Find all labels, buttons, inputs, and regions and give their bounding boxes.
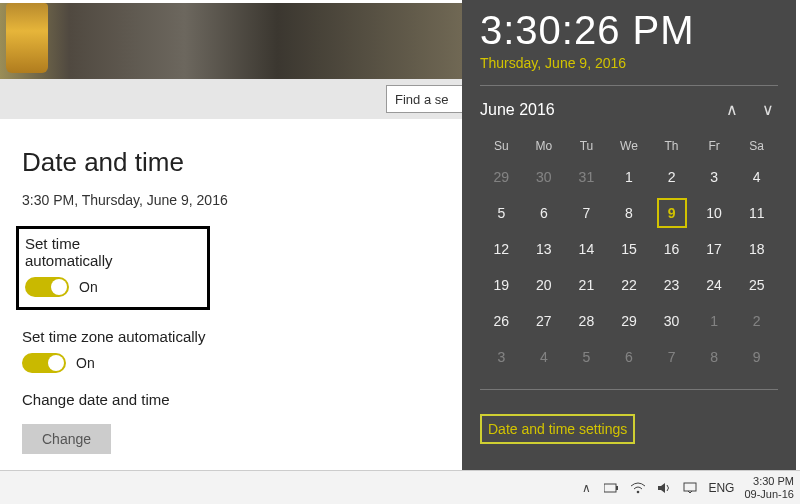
settings-content: Date and time 3:30 PM, Thursday, June 9,… <box>0 119 462 454</box>
calendar-day[interactable]: 19 <box>480 267 523 303</box>
calendar-day[interactable]: 12 <box>480 231 523 267</box>
calendar-dow-header: Th <box>650 133 693 159</box>
settings-search-input[interactable]: Find a se <box>386 85 462 113</box>
calendar-day[interactable]: 22 <box>608 267 651 303</box>
calendar-day[interactable]: 5 <box>565 339 608 375</box>
calendar-day[interactable]: 6 <box>523 195 566 231</box>
change-datetime-label: Change date and time <box>22 391 440 408</box>
page-title: Date and time <box>22 147 440 178</box>
calendar-day[interactable]: 26 <box>480 303 523 339</box>
set-time-auto-state: On <box>79 279 98 295</box>
settings-pane: Find a se Date and time 3:30 PM, Thursda… <box>0 0 462 504</box>
calendar-day[interactable]: 31 <box>565 159 608 195</box>
desktop-wallpaper-strip <box>0 3 462 79</box>
calendar-day[interactable]: 4 <box>523 339 566 375</box>
calendar-day[interactable]: 20 <box>523 267 566 303</box>
settings-search-row: Find a se <box>0 79 462 119</box>
calendar-day[interactable]: 9 <box>735 339 778 375</box>
calendar-day[interactable]: 29 <box>608 303 651 339</box>
calendar-dow-header: Mo <box>523 133 566 159</box>
current-datetime-text: 3:30 PM, Thursday, June 9, 2016 <box>22 192 440 208</box>
flyout-divider-2 <box>480 389 778 390</box>
calendar-day[interactable]: 4 <box>735 159 778 195</box>
set-tz-auto-group: Set time zone automatically On <box>22 328 440 373</box>
calendar-dow-header: We <box>608 133 651 159</box>
calendar-day[interactable]: 24 <box>693 267 736 303</box>
svg-rect-3 <box>684 483 696 491</box>
calendar-month-row: June 2016 ∧ ∨ <box>480 96 778 123</box>
calendar-day[interactable]: 27 <box>523 303 566 339</box>
calendar-day[interactable]: 3 <box>480 339 523 375</box>
set-tz-auto-label: Set time zone automatically <box>22 328 440 345</box>
calendar-day[interactable]: 17 <box>693 231 736 267</box>
change-datetime-group: Change date and time Change <box>22 391 440 454</box>
clock-calendar-flyout: 3:30:26 PM Thursday, June 9, 2016 June 2… <box>462 0 796 470</box>
taskbar-clock[interactable]: 3:30 PM 09-Jun-16 <box>744 475 794 499</box>
volume-icon[interactable] <box>656 480 672 496</box>
calendar-day[interactable]: 21 <box>565 267 608 303</box>
set-time-auto-group: Set time automatically On <box>16 226 210 310</box>
taskbar-clock-time: 3:30 PM <box>744 475 794 487</box>
calendar-day[interactable]: 25 <box>735 267 778 303</box>
set-tz-auto-toggle[interactable] <box>22 353 66 373</box>
power-icon[interactable] <box>604 480 620 496</box>
calendar-day[interactable]: 2 <box>650 159 693 195</box>
calendar-day[interactable]: 11 <box>735 195 778 231</box>
calendar-day[interactable]: 7 <box>565 195 608 231</box>
datetime-settings-link-highlight: Date and time settings <box>480 414 635 444</box>
set-tz-auto-state: On <box>76 355 95 371</box>
taskbar: ENG 3:30 PM 09-Jun-16 <box>0 470 800 504</box>
calendar-day[interactable]: 6 <box>608 339 651 375</box>
calendar-day[interactable]: 8 <box>608 195 651 231</box>
calendar-day[interactable]: 28 <box>565 303 608 339</box>
calendar-day[interactable]: 9 <box>650 195 693 231</box>
language-indicator[interactable]: ENG <box>708 481 734 495</box>
calendar-day[interactable]: 1 <box>693 303 736 339</box>
datetime-settings-link[interactable]: Date and time settings <box>488 421 627 437</box>
tray-chevron-icon[interactable] <box>578 480 594 496</box>
calendar-day[interactable]: 29 <box>480 159 523 195</box>
calendar-prev-icon[interactable]: ∧ <box>722 96 742 123</box>
change-button[interactable]: Change <box>22 424 111 454</box>
svg-rect-0 <box>604 484 616 492</box>
calendar-next-icon[interactable]: ∨ <box>758 96 778 123</box>
calendar-day[interactable]: 18 <box>735 231 778 267</box>
calendar-day[interactable]: 2 <box>735 303 778 339</box>
calendar-day[interactable]: 13 <box>523 231 566 267</box>
calendar-day[interactable]: 5 <box>480 195 523 231</box>
calendar-grid: SuMoTuWeThFrSa 2930311234567891011121314… <box>480 133 778 375</box>
wifi-icon[interactable] <box>630 480 646 496</box>
calendar-day[interactable]: 30 <box>523 159 566 195</box>
taskbar-clock-date: 09-Jun-16 <box>744 488 794 500</box>
calendar-day[interactable]: 1 <box>608 159 651 195</box>
calendar-dow-header: Su <box>480 133 523 159</box>
set-time-auto-toggle[interactable] <box>25 277 69 297</box>
calendar-month-label[interactable]: June 2016 <box>480 101 555 119</box>
set-time-auto-label: Set time automatically <box>25 235 171 269</box>
flyout-date: Thursday, June 9, 2016 <box>480 55 778 71</box>
action-center-icon[interactable] <box>682 480 698 496</box>
calendar-day[interactable]: 14 <box>565 231 608 267</box>
svg-rect-1 <box>616 486 618 490</box>
calendar-dow-header: Sa <box>735 133 778 159</box>
calendar-day[interactable]: 30 <box>650 303 693 339</box>
calendar-day[interactable]: 7 <box>650 339 693 375</box>
calendar-day[interactable]: 16 <box>650 231 693 267</box>
svg-point-2 <box>637 490 640 493</box>
system-tray: ENG 3:30 PM 09-Jun-16 <box>578 475 794 499</box>
flyout-divider <box>480 85 778 86</box>
calendar-dow-header: Tu <box>565 133 608 159</box>
calendar-day[interactable]: 8 <box>693 339 736 375</box>
calendar-day[interactable]: 23 <box>650 267 693 303</box>
calendar-dow-header: Fr <box>693 133 736 159</box>
wallpaper-glass <box>6 3 48 73</box>
flyout-time: 3:30:26 PM <box>480 8 778 53</box>
calendar-day[interactable]: 3 <box>693 159 736 195</box>
calendar-day[interactable]: 10 <box>693 195 736 231</box>
calendar-day[interactable]: 15 <box>608 231 651 267</box>
